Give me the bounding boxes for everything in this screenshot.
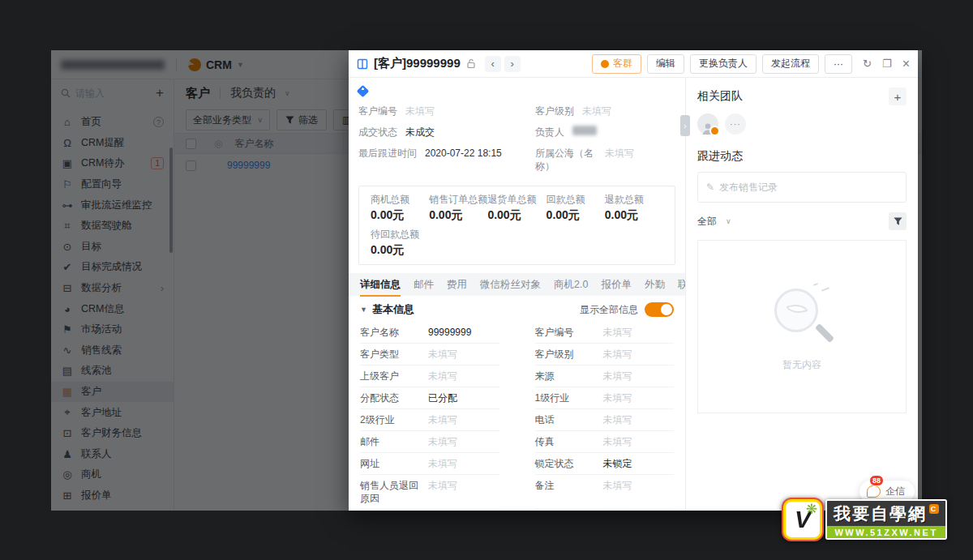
tab-expenses[interactable]: 费用 bbox=[447, 278, 467, 292]
unread-count-badge: 88 bbox=[869, 475, 884, 486]
field-cell: 2级行业未填写 bbox=[360, 409, 499, 431]
close-icon[interactable]: × bbox=[902, 57, 910, 71]
feed-empty-state: 暂无内容 bbox=[697, 240, 907, 413]
summary-item: 成交状态未成交 bbox=[358, 126, 516, 139]
tab-quotes[interactable]: 报价单 bbox=[601, 278, 632, 292]
next-record-button[interactable]: › bbox=[504, 56, 521, 72]
empty-illustration-magnifier bbox=[769, 282, 834, 345]
modal-title: [客户]99999999 bbox=[374, 56, 461, 71]
customer-detail-modal: [客户]99999999 ‹ › 客群 编辑 更换负责人 发起流程 ··· ↻ … bbox=[349, 50, 918, 511]
tab-contacts[interactable]: 联系人 bbox=[678, 278, 685, 292]
team-title: 相关团队 bbox=[697, 89, 743, 104]
modal-body: 客户编号未填写 成交状态未成交 最后跟进时间2020-07-22 18:15 客… bbox=[349, 78, 918, 511]
collapse-panel-handle[interactable]: › bbox=[680, 115, 690, 136]
section-title: 基本信息 bbox=[372, 302, 414, 317]
watermark-title: 我要自學網 C bbox=[827, 501, 945, 526]
copyright-badge: C bbox=[929, 504, 939, 514]
field-cell: 锁定状态未锁定 bbox=[535, 453, 675, 475]
tag-icon[interactable] bbox=[357, 85, 370, 98]
feed-title: 跟进动态 bbox=[697, 149, 907, 164]
more-actions-button[interactable]: ··· bbox=[825, 54, 852, 74]
feed-filter-dropdown[interactable]: 全部∨ bbox=[697, 215, 731, 229]
screen: CRM ▼ 请输入 + ⌂首页? ΩCRM提醒 ▣CRM待办1 ⚐配置向导 ⊶审… bbox=[0, 0, 973, 560]
field-cell: 邮件未填写 bbox=[360, 431, 499, 453]
stat-item: 待回款总额0.00元 bbox=[371, 228, 429, 258]
watermark-logo: V ❋ bbox=[783, 499, 822, 540]
feed-filter-button[interactable] bbox=[889, 212, 907, 230]
modal-titlebar: [客户]99999999 ‹ › 客群 编辑 更换负责人 发起流程 ··· ↻ … bbox=[349, 50, 918, 78]
site-watermark: V ❋ 我要自學網 C WWW.51ZXW.NET bbox=[783, 499, 947, 540]
field-cell: 客户编号未填写 bbox=[535, 322, 675, 344]
summary-col-right: 客户级别未填写 负责人 所属公海（名称）未填写 bbox=[535, 105, 675, 181]
tab-field-work[interactable]: 外勤 bbox=[645, 278, 665, 292]
chat-bubble-icon bbox=[867, 485, 881, 498]
section-collapse-icon[interactable]: ▼ bbox=[360, 306, 367, 314]
tab-mail[interactable]: 邮件 bbox=[414, 278, 434, 292]
leaf-icon: ❋ bbox=[806, 502, 817, 516]
tab-wechat-fans[interactable]: 微信粉丝对象 bbox=[480, 278, 541, 292]
summary-item: 最后跟进时间2020-07-22 18:15 bbox=[358, 147, 516, 160]
team-header: 相关团队 + bbox=[697, 88, 907, 105]
team-avatars: ··· bbox=[697, 113, 907, 135]
show-all-toggle[interactable] bbox=[645, 302, 674, 317]
stat-item: 退款总额0.00元 bbox=[605, 193, 663, 223]
field-cell: 网址未填写 bbox=[360, 453, 499, 475]
sales-record-composer[interactable]: ✎ 发布销售记录 bbox=[697, 172, 907, 203]
field-cell: 备注未填写 bbox=[535, 475, 675, 510]
stat-item: 回款总额0.00元 bbox=[547, 193, 605, 223]
more-members-button[interactable]: ··· bbox=[725, 113, 746, 135]
customer-doc-icon bbox=[357, 58, 368, 70]
summary-fields: 客户编号未填写 成交状态未成交 最后跟进时间2020-07-22 18:15 客… bbox=[349, 103, 685, 186]
activity-pane: › 相关团队 + ··· 跟进动态 ✎ 发布销售记录 全部∨ bbox=[685, 78, 918, 511]
feed-filter-row: 全部∨ bbox=[697, 212, 907, 230]
person-icon bbox=[701, 122, 715, 135]
change-owner-button[interactable]: 更换负责人 bbox=[690, 54, 757, 74]
stat-item: 销售订单总额0.00元 bbox=[429, 193, 487, 223]
stat-item: 商机总额0.00元 bbox=[371, 193, 429, 223]
field-cell: 传真未填写 bbox=[535, 431, 675, 453]
maximize-icon[interactable]: ❐ bbox=[882, 58, 892, 70]
add-team-member-button[interactable]: + bbox=[889, 88, 907, 105]
summary-item: 客户级别未填写 bbox=[535, 105, 675, 118]
field-cell: 上级客户未填写 bbox=[360, 365, 499, 387]
tag-row bbox=[349, 78, 685, 103]
summary-item: 客户编号未填写 bbox=[358, 105, 516, 118]
group-dot-icon bbox=[601, 60, 609, 68]
summary-item: 负责人 bbox=[535, 126, 675, 139]
unlock-icon[interactable] bbox=[466, 58, 476, 69]
field-cell: 销售人员退回原因未填写 bbox=[360, 475, 499, 510]
refresh-icon[interactable]: ↻ bbox=[863, 58, 872, 70]
field-cell: 来源未填写 bbox=[535, 365, 675, 387]
prev-record-button[interactable]: ‹ bbox=[485, 56, 501, 72]
tab-opportunity2[interactable]: 商机2.0 bbox=[554, 278, 588, 292]
field-cell: 客户级别未填写 bbox=[535, 344, 675, 365]
watermark-url: WWW.51ZXW.NET bbox=[827, 526, 945, 538]
edit-button[interactable]: 编辑 bbox=[647, 54, 684, 74]
field-cell: 1级行业未填写 bbox=[535, 387, 675, 409]
field-cell: 所属公海（名称）未填写 bbox=[360, 510, 499, 511]
compose-icon: ✎ bbox=[706, 182, 714, 193]
field-cell: 电话未填写 bbox=[535, 409, 675, 431]
basic-info-header: ▼ 基本信息 显示全部信息 bbox=[349, 296, 685, 322]
detail-tabs: 详细信息 邮件 费用 微信粉丝对象 商机2.0 报价单 外勤 联系人 回款 … … bbox=[349, 273, 685, 296]
watermark-text-block: 我要自學網 C WWW.51ZXW.NET bbox=[825, 499, 947, 540]
stat-item: 退货单总额0.00元 bbox=[487, 193, 546, 223]
composer-placeholder: 发布销售记录 bbox=[719, 181, 778, 195]
start-process-button[interactable]: 发起流程 bbox=[762, 54, 819, 74]
detail-pane: 客户编号未填写 成交状态未成交 最后跟进时间2020-07-22 18:15 客… bbox=[349, 78, 685, 511]
chevron-down-icon: ∨ bbox=[726, 217, 731, 225]
amount-stats: 商机总额0.00元 销售订单总额0.00元 退货单总额0.00元 回款总额0.0… bbox=[358, 186, 675, 265]
tab-detail-info[interactable]: 详细信息 bbox=[360, 278, 401, 292]
avatar[interactable] bbox=[697, 113, 718, 135]
field-cell: 客户名称99999999 bbox=[360, 322, 499, 344]
field-cell: 客户类型未填写 bbox=[360, 344, 499, 365]
empty-text: 暂无内容 bbox=[782, 358, 821, 372]
field-cell: 负责人 bbox=[535, 510, 675, 511]
funnel-icon bbox=[894, 217, 902, 226]
owner-name-redacted bbox=[572, 126, 597, 135]
summary-item: 所属公海（名称）未填写 bbox=[535, 147, 675, 173]
field-cell: 分配状态已分配 bbox=[360, 387, 499, 409]
customer-group-button[interactable]: 客群 bbox=[592, 54, 641, 74]
toggle-label: 显示全部信息 bbox=[580, 303, 638, 317]
basic-info-fields: 客户名称99999999 客户编号未填写 客户类型未填写 客户级别未填写 上级客… bbox=[349, 322, 685, 511]
